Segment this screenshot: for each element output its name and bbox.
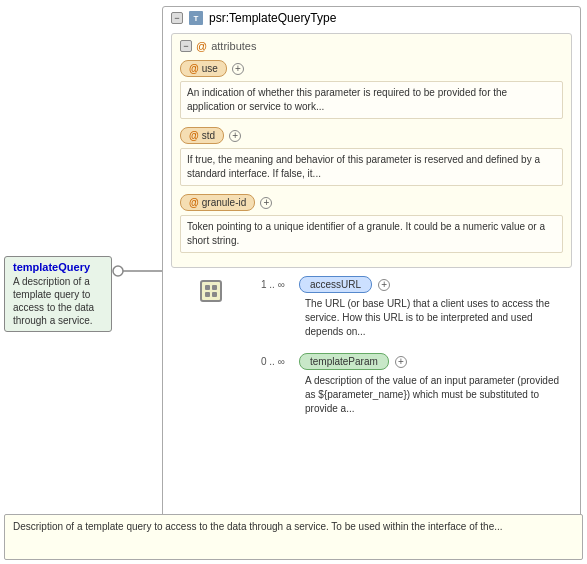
right-panel: − T psr:TemplateQueryType − @ attributes… bbox=[162, 6, 581, 520]
templateparam-desc: A description of the value of an input p… bbox=[305, 374, 572, 416]
svg-rect-9 bbox=[205, 292, 210, 297]
attributes-icon: @ bbox=[196, 40, 207, 52]
field-std: @ std + If true, the meaning and behavio… bbox=[180, 127, 563, 186]
attributes-header: − @ attributes bbox=[180, 40, 563, 52]
template-param-row: 0 .. ∞ templateParam + A description of … bbox=[261, 353, 572, 422]
field-use-tag[interactable]: @ use bbox=[180, 60, 227, 77]
access-url-row: 1 .. ∞ accessURL + The URL (or base URL)… bbox=[261, 276, 572, 345]
at-icon-std: @ bbox=[189, 130, 199, 141]
panel-type-icon: T bbox=[189, 11, 203, 25]
attributes-section: − @ attributes @ use + An indication of … bbox=[171, 33, 572, 268]
at-icon-use: @ bbox=[189, 63, 199, 74]
bottom-description-text: Description of a template query to acces… bbox=[13, 521, 503, 532]
field-granuleid-name: granule-id bbox=[202, 197, 246, 208]
field-granuleid-plus[interactable]: + bbox=[260, 197, 272, 209]
field-std-plus[interactable]: + bbox=[229, 130, 241, 142]
panel-header: − T psr:TemplateQueryType bbox=[163, 7, 580, 29]
field-granuleid-tag[interactable]: @ granule-id bbox=[180, 194, 255, 211]
field-granuleid-desc: Token pointing to a unique identifier of… bbox=[180, 215, 563, 253]
panel-collapse-btn[interactable]: − bbox=[171, 12, 183, 24]
lower-section: 1 .. ∞ accessURL + The URL (or base URL)… bbox=[171, 276, 572, 430]
accessurl-desc: The URL (or base URL) that a client uses… bbox=[305, 297, 572, 339]
accessurl-plus[interactable]: + bbox=[378, 279, 390, 291]
templateparam-plus[interactable]: + bbox=[395, 356, 407, 368]
accessurl-content: accessURL + The URL (or base URL) that a… bbox=[299, 276, 572, 345]
field-std-desc: If true, the meaning and behavior of thi… bbox=[180, 148, 563, 186]
bottom-description: Description of a template query to acces… bbox=[4, 514, 583, 560]
svg-rect-10 bbox=[212, 292, 217, 297]
compose-connector bbox=[181, 276, 241, 304]
field-use: @ use + An indication of whether this pa… bbox=[180, 60, 563, 119]
templateparam-content: templateParam + A description of the val… bbox=[299, 353, 572, 422]
nodes-container: 1 .. ∞ accessURL + The URL (or base URL)… bbox=[241, 276, 572, 430]
compose-svg bbox=[204, 284, 218, 298]
field-granule-id: @ granule-id + Token pointing to a uniqu… bbox=[180, 194, 563, 253]
templateparam-cardinality: 0 .. ∞ bbox=[261, 356, 291, 367]
compose-icon bbox=[200, 280, 222, 302]
field-std-tag[interactable]: @ std bbox=[180, 127, 224, 144]
at-icon-granuleid: @ bbox=[189, 197, 199, 208]
field-use-plus[interactable]: + bbox=[232, 63, 244, 75]
field-std-name: std bbox=[202, 130, 215, 141]
accessurl-tag[interactable]: accessURL bbox=[299, 276, 372, 293]
template-query-desc: A description of a template query to acc… bbox=[13, 275, 103, 327]
accessurl-cardinality: 1 .. ∞ bbox=[261, 279, 291, 290]
template-query-label: templateQuery bbox=[13, 261, 103, 273]
main-container: templateQuery A description of a templat… bbox=[0, 0, 587, 564]
attributes-collapse-btn[interactable]: − bbox=[180, 40, 192, 52]
attributes-label: attributes bbox=[211, 40, 256, 52]
field-use-desc: An indication of whether this parameter … bbox=[180, 81, 563, 119]
template-query-box: templateQuery A description of a templat… bbox=[4, 256, 112, 332]
svg-rect-8 bbox=[212, 285, 217, 290]
svg-point-1 bbox=[113, 266, 123, 276]
field-use-name: use bbox=[202, 63, 218, 74]
panel-title: psr:TemplateQueryType bbox=[209, 11, 336, 25]
svg-rect-7 bbox=[205, 285, 210, 290]
templateparam-tag[interactable]: templateParam bbox=[299, 353, 389, 370]
